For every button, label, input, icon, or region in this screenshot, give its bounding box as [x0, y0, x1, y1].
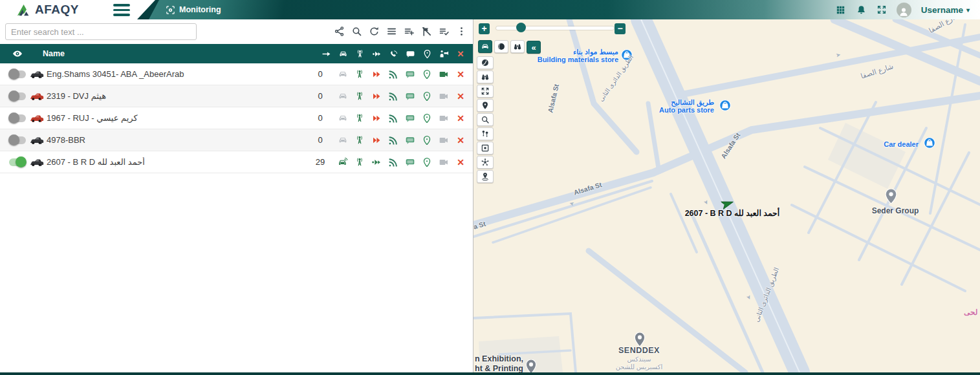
network-tool-button[interactable] — [477, 156, 494, 169]
visibility-column-icon[interactable] — [8, 48, 27, 59]
follow-column-icon[interactable] — [318, 49, 334, 59]
car-status-icon[interactable] — [334, 113, 351, 123]
location-icon[interactable] — [419, 157, 435, 167]
avatar[interactable] — [897, 3, 911, 17]
chevrons-column-icon[interactable] — [368, 49, 385, 59]
events-feed-icon[interactable] — [385, 69, 402, 80]
fullscreen-button[interactable] — [877, 5, 887, 15]
table-row[interactable]: Eng.Shams 30451- ABA _AbeerArab 0 ✕ — [0, 63, 473, 85]
camera-icon[interactable] — [435, 91, 452, 102]
camera-icon[interactable] — [435, 157, 452, 167]
radius-tool-button[interactable] — [477, 170, 494, 183]
location-column-icon[interactable] — [419, 49, 435, 59]
camera-icon[interactable] — [435, 135, 452, 145]
motion-icon[interactable] — [368, 91, 385, 102]
location-icon[interactable] — [419, 91, 435, 102]
table-row[interactable]: 2607 - B R D أحمد العبد لله 29 ✕ — [0, 151, 473, 173]
delete-icon[interactable]: ✕ — [452, 91, 469, 102]
list-check-button[interactable] — [439, 25, 450, 37]
table-row[interactable]: 4978-BBR 0 ✕ — [0, 129, 473, 151]
delete-icon[interactable]: ✕ — [452, 135, 469, 145]
name-column-header[interactable]: Name — [27, 49, 318, 58]
poi-marker-icon[interactable] — [525, 359, 537, 372]
vehicle-name[interactable]: 2607 - B R D أحمد العبد لله — [47, 157, 306, 167]
antenna-icon[interactable] — [351, 91, 368, 102]
delete-icon[interactable]: ✕ — [452, 157, 469, 167]
phone-signal-column-icon[interactable] — [385, 49, 402, 59]
row-visibility-toggle[interactable] — [9, 136, 26, 144]
refresh-button[interactable] — [369, 25, 380, 37]
camera-icon[interactable] — [435, 69, 452, 80]
search-input[interactable] — [5, 23, 197, 40]
username-dropdown[interactable]: Username ▾ — [921, 5, 970, 15]
location-icon[interactable] — [419, 113, 435, 123]
chat-column-icon[interactable] — [402, 49, 419, 59]
flag-off-button[interactable] — [421, 25, 432, 37]
delete-column-icon[interactable]: ✕ — [452, 49, 469, 59]
vehicle-name[interactable]: 2319 - DVJ هيثم — [47, 91, 306, 101]
share-button[interactable] — [334, 25, 345, 37]
messages-icon[interactable] — [402, 69, 419, 80]
location-icon[interactable] — [419, 135, 435, 145]
store-marker-icon[interactable] — [719, 100, 731, 111]
apps-grid-button[interactable] — [835, 5, 846, 16]
binoculars-tool-button[interactable] — [477, 70, 494, 83]
location-icon[interactable] — [419, 69, 435, 80]
notifications-button[interactable] — [856, 5, 867, 16]
car-status-icon[interactable] — [334, 135, 351, 145]
zoom-slider-knob[interactable] — [516, 23, 526, 32]
table-row[interactable]: 2319 - DVJ هيثم 0 ✕ — [0, 85, 473, 107]
vehicle-name[interactable]: 1967 - RUJ - كريم عيسي — [47, 113, 306, 123]
search-button[interactable] — [351, 25, 362, 37]
globe-tool-button[interactable] — [477, 56, 494, 69]
row-visibility-toggle[interactable] — [9, 70, 26, 78]
camera-icon[interactable] — [435, 113, 452, 123]
select-region-tool-button[interactable] — [477, 142, 494, 155]
vehicles-layer-button[interactable] — [478, 40, 492, 53]
cluster-tool-button[interactable] — [477, 127, 494, 140]
binoculars-button[interactable] — [510, 40, 525, 53]
row-visibility-toggle[interactable] — [9, 92, 26, 100]
car-status-icon[interactable] — [334, 91, 351, 102]
collapse-panel-button[interactable]: « — [527, 41, 541, 54]
motion-icon[interactable] — [368, 113, 385, 123]
messages-icon[interactable] — [402, 91, 419, 102]
search-tool-button[interactable] — [477, 113, 494, 126]
messages-icon[interactable] — [402, 157, 419, 167]
motion-icon[interactable] — [368, 135, 385, 145]
antenna-column-icon[interactable] — [351, 49, 368, 59]
messages-icon[interactable] — [402, 135, 419, 145]
zoom-in-button[interactable]: + — [479, 23, 490, 34]
motion-icon[interactable] — [368, 69, 385, 80]
more-options-button[interactable] — [456, 25, 467, 37]
events-feed-icon[interactable] — [385, 157, 402, 167]
list-view-button[interactable] — [386, 25, 397, 37]
fit-screen-tool-button[interactable] — [477, 85, 494, 98]
delete-icon[interactable]: ✕ — [452, 69, 469, 80]
camera-column-icon[interactable] — [435, 49, 452, 59]
tab-monitoring[interactable]: Monitoring — [149, 0, 288, 19]
antenna-icon[interactable] — [351, 113, 368, 123]
contrast-button[interactable] — [494, 40, 508, 53]
add-to-list-button[interactable] — [404, 25, 415, 37]
store-marker-icon[interactable] — [924, 137, 935, 149]
motion-icon[interactable] — [368, 157, 385, 167]
antenna-icon[interactable] — [351, 69, 368, 80]
hamburger-menu-button[interactable] — [113, 4, 130, 16]
antenna-icon[interactable] — [351, 157, 368, 167]
vehicle-name[interactable]: 4978-BBR — [47, 135, 306, 145]
marker-tool-button[interactable] — [477, 99, 494, 112]
delete-icon[interactable]: ✕ — [452, 113, 469, 123]
car-status-icon[interactable] — [334, 69, 351, 80]
row-visibility-toggle[interactable] — [9, 158, 26, 166]
antenna-icon[interactable] — [351, 135, 368, 145]
car-status-icon[interactable] — [334, 157, 351, 167]
poi-marker-icon[interactable] — [634, 332, 646, 347]
zoom-slider[interactable] — [496, 27, 614, 30]
events-feed-icon[interactable] — [385, 91, 402, 102]
messages-icon[interactable] — [402, 113, 419, 123]
poi-marker-icon[interactable] — [886, 189, 897, 204]
zoom-out-button[interactable]: − — [615, 23, 626, 34]
map[interactable]: ➤ ➤ ➤ ➤ ➤ مبسط مواد بناء Building materi… — [473, 19, 980, 372]
table-row[interactable]: 1967 - RUJ - كريم عيسي 0 ✕ — [0, 107, 473, 129]
